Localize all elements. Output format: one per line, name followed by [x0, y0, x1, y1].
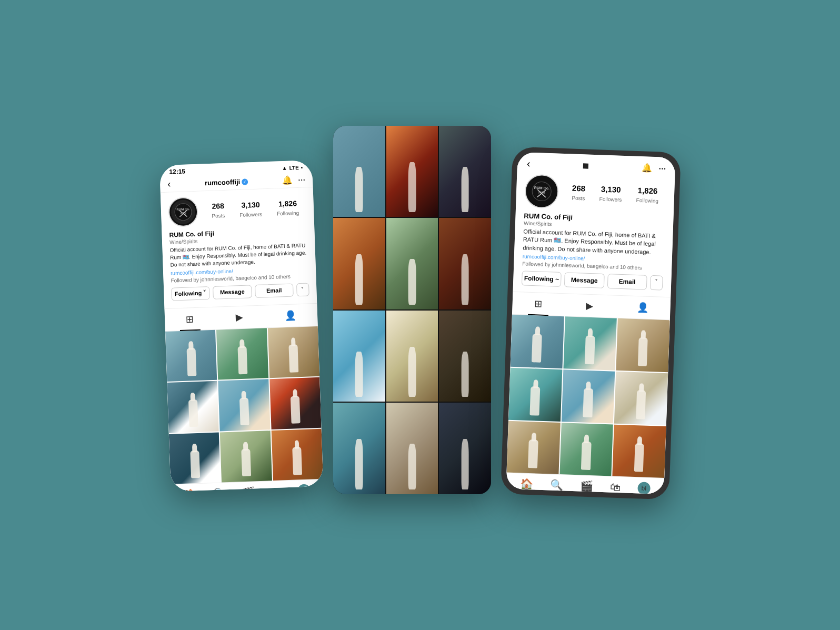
nav-shop-right[interactable]: 🛍	[610, 481, 621, 494]
tab-video-right[interactable]: ▶	[579, 298, 600, 313]
grid-cell-6	[269, 377, 322, 429]
avatar-logo-right: RUM Co. of Fiji	[527, 176, 556, 206]
camera-dot-right	[583, 163, 588, 168]
nav-search-right[interactable]: 🔍	[550, 478, 564, 492]
action-buttons-right: Following ~ Message Email ˅	[522, 271, 663, 290]
more-button-right[interactable]: ˅	[650, 275, 663, 291]
following-button-left[interactable]: Following ˅	[171, 286, 210, 301]
image-grid-left	[165, 326, 323, 484]
stat-followers-right: 3,130 Followers	[599, 184, 622, 203]
grid-cell-7	[169, 432, 221, 484]
nav-home-left[interactable]: 🏠	[184, 488, 198, 492]
image-grid-right	[506, 314, 669, 477]
stat-following-left: 1,826 Following	[276, 199, 299, 217]
grid-cell-1	[165, 329, 217, 382]
phone-right-inner: ‹ 🔔 ⋯ RUM Co. of Fiji	[506, 152, 675, 494]
mid-cell-7	[333, 311, 385, 402]
svg-text:RUM Co.: RUM Co.	[534, 186, 549, 190]
nav-search-left[interactable]: 🔍	[213, 487, 227, 492]
nav-profile-left[interactable]: bl	[297, 484, 311, 491]
bell-icon-left[interactable]: 🔔	[282, 175, 293, 185]
more-icon-right[interactable]: ⋯	[658, 164, 666, 172]
mid-cell-2	[386, 126, 438, 217]
profile-section-left: RUM Co. of Fiji 268 Posts 3,130	[161, 187, 317, 308]
r-grid-cell-7	[506, 421, 560, 474]
tab-grid-right[interactable]: ⊞	[527, 296, 548, 315]
mid-cell-11	[386, 403, 438, 494]
back-icon-left[interactable]: ‹	[167, 178, 171, 189]
mid-cell-5	[386, 218, 438, 309]
battery-icon: ▪	[301, 164, 303, 170]
grid-cell-8	[220, 430, 272, 482]
middle-grid	[333, 126, 491, 494]
nav-shop-left[interactable]: 🛍	[271, 485, 282, 492]
profile-section-right: RUM Co. of Fiji 268 Posts	[513, 169, 675, 297]
mid-cell-3	[439, 126, 491, 217]
tab-video-left[interactable]: ▶	[229, 310, 249, 324]
mid-cell-8	[386, 311, 438, 402]
tab-grid-left[interactable]: ⊞	[179, 312, 201, 331]
email-button-left[interactable]: Email	[255, 283, 294, 298]
r-grid-cell-6	[614, 371, 668, 425]
nav-profile-right[interactable]: bl	[637, 482, 651, 494]
scene: 12:15 ▲ LTE ▪ ‹ rumcooffiji ✓ 🔔 ⋯	[0, 0, 840, 630]
grid-cell-4	[167, 381, 219, 433]
message-button-right[interactable]: Message	[564, 272, 604, 288]
r-grid-cell-1	[511, 314, 564, 368]
stat-following-right: 1,826 Following	[636, 185, 659, 204]
nav-reels-left[interactable]: 🎬	[242, 486, 256, 492]
nav-icons-left: 🔔 ⋯	[282, 174, 306, 185]
tab-tagged-right[interactable]: 👤	[631, 300, 655, 315]
grid-cell-9	[271, 428, 323, 481]
username-left: rumcooffiji ✓	[205, 177, 248, 187]
stat-posts-left: 268 Posts	[211, 201, 225, 219]
grid-cell-5	[218, 379, 271, 431]
tab-tagged-left[interactable]: 👤	[278, 308, 303, 323]
profile-bio-left: Official account for RUM Co. of Fiji, ho…	[169, 242, 308, 268]
r-grid-cell-9	[613, 424, 666, 478]
phone-right: ‹ 🔔 ⋯ RUM Co. of Fiji	[501, 146, 681, 499]
mid-cell-9	[439, 311, 491, 402]
stat-followers-left: 3,130 Followers	[239, 200, 262, 218]
message-button-left[interactable]: Message	[213, 285, 252, 299]
grid-cell-2	[216, 328, 268, 380]
avatar-right: RUM Co. of Fiji	[524, 174, 559, 208]
mid-cell-1	[333, 126, 385, 217]
stat-posts-right: 268 Posts	[572, 183, 585, 202]
nav-home-right[interactable]: 🏠	[519, 477, 533, 491]
svg-text:RUM Co.: RUM Co.	[176, 207, 190, 211]
action-buttons-left: Following ˅ Message Email ˅	[171, 283, 309, 301]
phone-left: 12:15 ▲ LTE ▪ ‹ rumcooffiji ✓ 🔔 ⋯	[159, 160, 323, 492]
mid-cell-12	[439, 403, 491, 494]
avatar-logo-left: RUM Co. of Fiji	[171, 199, 196, 224]
mid-cell-6	[439, 218, 491, 309]
more-icon-left[interactable]: ⋯	[298, 175, 306, 184]
r-grid-cell-3	[616, 318, 670, 372]
stats-right: 268 Posts 3,130 Followers 1,826 Followin…	[565, 183, 666, 205]
avatar-left: RUM Co. of Fiji	[168, 196, 198, 227]
stats-left: 268 Posts 3,130 Followers 1,826 Followin…	[204, 198, 306, 220]
status-icons-left: ▲ LTE ▪	[282, 164, 303, 171]
r-grid-cell-8	[559, 422, 613, 476]
middle-screen	[333, 126, 491, 494]
verified-badge-left: ✓	[242, 178, 248, 184]
lte-label: LTE	[289, 164, 299, 171]
time-left: 12:15	[169, 167, 185, 175]
signal-icon: ▲	[282, 165, 287, 171]
r-grid-cell-5	[562, 369, 615, 423]
r-grid-cell-2	[563, 316, 617, 370]
following-button-right[interactable]: Following ~	[522, 271, 562, 287]
profile-top-right: RUM Co. of Fiji 268 Posts	[524, 174, 666, 212]
bell-icon-right[interactable]: 🔔	[641, 163, 652, 173]
back-icon-right[interactable]: ‹	[527, 157, 531, 169]
mid-cell-10	[333, 403, 385, 494]
more-button-left[interactable]: ˅	[296, 283, 309, 296]
profile-top-left: RUM Co. of Fiji 268 Posts 3,130	[168, 193, 307, 227]
grid-cell-3	[268, 326, 320, 378]
nav-reels-right[interactable]: 🎬	[580, 479, 594, 493]
r-grid-cell-4	[508, 367, 562, 421]
profile-bio-right: Official account for RUM Co. of Fiji, ho…	[523, 227, 664, 256]
mid-cell-4	[333, 218, 385, 309]
right-nav-icons: 🔔 ⋯	[641, 163, 666, 174]
email-button-right[interactable]: Email	[607, 274, 647, 290]
